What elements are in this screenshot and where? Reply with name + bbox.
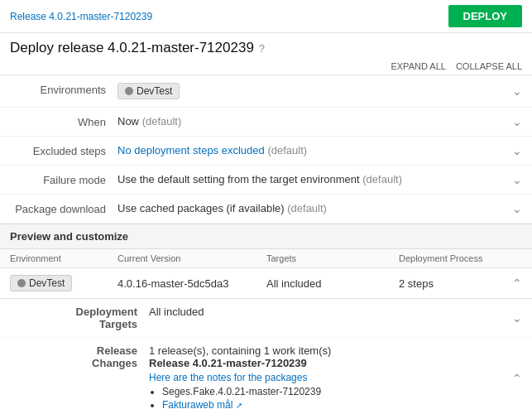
package-download-label: Package download bbox=[10, 202, 117, 215]
config-section: Environments DevTest ⌄ When Now (default… bbox=[0, 75, 532, 224]
deployment-targets-chevron[interactable]: ⌄ bbox=[512, 311, 522, 325]
when-row: When Now (default) ⌄ bbox=[0, 108, 532, 137]
col-current-version: Current Version bbox=[117, 253, 266, 263]
release-name: Release 4.0.21-master-7120239 bbox=[149, 357, 522, 369]
preview-row-chevron[interactable]: ⌃ bbox=[512, 277, 522, 290]
release-changes-row: Release Changes 1 release(s), containing… bbox=[0, 338, 532, 414]
excluded-steps-label: Excluded steps bbox=[10, 144, 117, 157]
deployment-targets-row: Deployment Targets All included ⌄ bbox=[0, 299, 532, 338]
col-deployment-process: Deployment Process bbox=[399, 253, 522, 263]
sub-sections: Deployment Targets All included ⌄ Releas… bbox=[0, 299, 532, 414]
expand-all-link[interactable]: EXPAND ALL bbox=[391, 61, 445, 71]
excluded-steps-default: (default) bbox=[267, 144, 307, 156]
environments-label: Environments bbox=[10, 83, 117, 96]
when-value: Now (default) bbox=[117, 115, 522, 128]
excluded-steps-chevron[interactable]: ⌄ bbox=[512, 144, 522, 157]
excluded-steps-row: Excluded steps No deployment steps exclu… bbox=[0, 137, 532, 166]
row-deployment-process: 2 steps bbox=[399, 277, 522, 290]
fakturaweb-link[interactable]: Fakturaweb mål bbox=[162, 399, 236, 411]
when-text: Now bbox=[117, 115, 142, 128]
deployment-targets-text: All included bbox=[149, 306, 204, 318]
when-chevron[interactable]: ⌄ bbox=[512, 115, 522, 128]
release-changes-chevron[interactable]: ⌃ bbox=[512, 372, 522, 385]
row-current-version: 4.0.16-master-5dc5da3 bbox=[117, 277, 266, 290]
failure-mode-value: Use the default setting from the target … bbox=[117, 173, 522, 185]
deploy-button[interactable]: DEPLOY bbox=[448, 5, 522, 27]
failure-mode-chevron[interactable]: ⌄ bbox=[512, 173, 522, 186]
env-badge-devtest[interactable]: DevTest bbox=[117, 83, 180, 99]
preview-table-header: Environment Current Version Targets Depl… bbox=[0, 249, 532, 268]
collapse-all-link[interactable]: COLLAPSE ALL bbox=[456, 61, 522, 71]
release-changes-value: 1 release(s), containing 1 work item(s) … bbox=[149, 344, 522, 412]
ext-link-icon: ➚ bbox=[236, 401, 242, 410]
release-changes-summary: 1 release(s), containing 1 work item(s) bbox=[149, 344, 522, 357]
release-changes-label: Release Changes bbox=[50, 344, 149, 369]
preview-env-badge[interactable]: DevTest bbox=[10, 275, 72, 291]
preview-table-row: DevTest 4.0.16-master-5dc5da3 All includ… bbox=[0, 268, 532, 299]
failure-mode-row: Failure mode Use the default setting fro… bbox=[0, 166, 532, 195]
when-label: When bbox=[10, 115, 117, 128]
excluded-steps-value: No deployment steps excluded (default) bbox=[117, 144, 522, 156]
env-badge-dot bbox=[125, 87, 133, 95]
col-environment: Environment bbox=[10, 253, 117, 263]
top-bar: Release 4.0.21-master-7120239 DEPLOY bbox=[0, 0, 532, 33]
failure-mode-default: (default) bbox=[362, 173, 402, 185]
env-badge-label: DevTest bbox=[137, 85, 172, 97]
failure-mode-text: Use the default setting from the target … bbox=[117, 173, 362, 185]
package-item-2: Fakturaweb mål ➚ bbox=[162, 399, 522, 411]
col-targets: Targets bbox=[266, 253, 399, 263]
package-list: Seges.Fake.4.0.21-master-7120239 Faktura… bbox=[162, 386, 522, 411]
deployment-targets-label: Deployment Targets bbox=[50, 306, 149, 330]
preview-header: Preview and customize bbox=[0, 224, 532, 249]
expand-row: EXPAND ALL COLLAPSE ALL bbox=[0, 60, 532, 75]
package-download-text: Use cached packages (if available) bbox=[117, 202, 287, 214]
preview-env-dot bbox=[17, 279, 26, 287]
help-icon[interactable]: ? bbox=[259, 42, 265, 55]
environments-value: DevTest bbox=[117, 83, 522, 99]
page-title: Deploy release 4.0.21-master-7120239 bbox=[10, 40, 254, 56]
notes-text: Here are the notes for the packages bbox=[149, 372, 522, 383]
preview-env-label: DevTest bbox=[29, 277, 65, 289]
when-default: (default) bbox=[142, 115, 182, 128]
failure-mode-label: Failure mode bbox=[10, 173, 117, 186]
package-download-chevron[interactable]: ⌄ bbox=[512, 202, 522, 215]
environments-row: Environments DevTest ⌄ bbox=[0, 75, 532, 108]
row-targets: All included bbox=[266, 277, 399, 290]
environments-chevron[interactable]: ⌄ bbox=[512, 84, 522, 98]
package-download-row: Package download Use cached packages (if… bbox=[0, 195, 532, 224]
deployment-targets-value: All included bbox=[149, 306, 522, 318]
package-item-1: Seges.Fake.4.0.21-master-7120239 bbox=[162, 386, 522, 397]
row-environment: DevTest bbox=[10, 275, 117, 291]
excluded-steps-text: No deployment steps excluded bbox=[117, 144, 267, 156]
page-title-row: Deploy release 4.0.21-master-7120239 ? bbox=[0, 33, 532, 60]
preview-header-text: Preview and customize bbox=[10, 230, 128, 243]
package-download-value: Use cached packages (if available) (defa… bbox=[117, 202, 522, 214]
release-link[interactable]: Release 4.0.21-master-7120239 bbox=[10, 11, 152, 22]
package-name-1: Seges.Fake.4.0.21-master-7120239 bbox=[162, 386, 321, 397]
package-download-default: (default) bbox=[287, 202, 327, 214]
